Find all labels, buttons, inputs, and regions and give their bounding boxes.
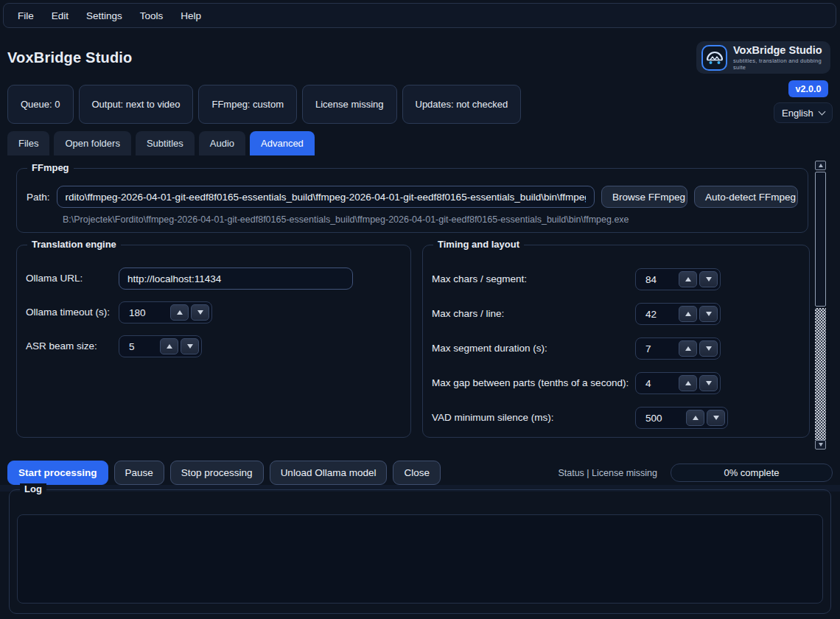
page-title: VoxBridge Studio [7,49,133,66]
arrow-up-icon [685,381,691,385]
max-chars-line-value: 42 [636,309,679,320]
arrow-down-icon [706,381,712,385]
spin-down-button[interactable] [699,271,718,287]
spin-down-button[interactable] [699,375,718,391]
ffmpeg-group-title: FFmpeg [27,162,74,173]
arrow-up-icon [177,310,183,315]
max-segment-duration-value: 7 [636,343,679,354]
language-value: English [782,108,813,119]
logo-card: VoxBridge Studio subtitles, translation … [696,41,830,74]
arrow-up-icon [167,344,172,349]
ollama-url-input[interactable] [119,267,353,290]
asr-beam-spinbox[interactable]: 5 [119,335,202,357]
close-button[interactable]: Close [393,461,441,485]
spin-down-button[interactable] [707,410,725,426]
progress-label: 0% complete [724,467,779,478]
max-segment-duration-label: Max segment duration (s): [432,338,547,360]
spin-up-button[interactable] [160,338,178,354]
spin-down-button[interactable] [699,306,718,322]
scroll-down-button[interactable] [815,440,826,450]
arrow-up-icon [685,346,691,351]
action-bar: Start processing Pause Stop processing U… [7,461,833,485]
stop-processing-button[interactable]: Stop processing [170,461,264,485]
menu-settings[interactable]: Settings [78,7,130,25]
unload-ollama-model-button[interactable]: Unload Ollama model [270,461,388,485]
app-window: File Edit Settings Tools Help VoxBridge … [0,0,840,619]
arrow-down-icon [819,443,823,447]
spin-down-button[interactable] [699,340,718,357]
arrow-up-icon [819,164,823,167]
menu-tools[interactable]: Tools [132,7,172,25]
timing-layout-group-title: Timing and layout [433,239,524,250]
tab-files[interactable]: Files [7,131,49,155]
arrow-down-icon [197,310,203,315]
ffmpeg-path-label: Path: [27,192,50,203]
start-processing-button[interactable]: Start processing [7,461,108,485]
scrollbar-track[interactable] [815,308,826,440]
arrow-up-icon [693,416,699,420]
logo-title: VoxBridge Studio [733,45,825,56]
tab-audio[interactable]: Audio [199,131,245,155]
bridge-logo-icon [701,45,727,71]
vad-min-silence-value: 500 [636,413,686,424]
max-gap-parts-label: Max gap between parts (tenths of a secon… [432,372,629,394]
menu-help[interactable]: Help [172,7,209,25]
scrollbar-thumb[interactable] [815,172,826,307]
max-gap-parts-value: 4 [636,378,679,389]
ollama-timeout-value: 180 [119,307,170,318]
autodetect-ffmpeg-button[interactable]: Auto-detect FFmpeg [694,186,798,208]
arrow-down-icon [706,346,712,351]
spin-up-button[interactable] [170,304,189,321]
vad-min-silence-label: VAD minimum silence (ms): [432,407,554,429]
arrow-up-icon [685,277,691,281]
chip-license: License missing [302,85,397,124]
spin-down-button[interactable] [191,304,209,321]
tab-subtitles[interactable]: Subtitles [136,131,195,155]
menu-edit[interactable]: Edit [43,7,77,25]
arrow-down-icon [706,277,712,281]
status-chips: Queue: 0 Output: next to video FFmpeg: c… [7,85,521,124]
chip-updates: Updates: not checked [402,85,522,124]
ollama-timeout-label: Ollama timeout (s): [26,301,110,324]
spin-up-button[interactable] [679,306,697,322]
max-chars-segment-label: Max chars / segment: [432,268,527,290]
max-chars-line-spinbox[interactable]: 42 [635,303,721,325]
spin-down-button[interactable] [181,338,199,354]
pause-button[interactable]: Pause [114,461,164,485]
max-gap-parts-spinbox[interactable]: 4 [635,372,721,394]
chip-output: Output: next to video [79,85,194,124]
chip-queue: Queue: 0 [7,85,74,124]
ffmpeg-path-row: Path: Browse FFmpeg Auto-detect FFmpeg [27,186,798,208]
tab-bar: Files Open folders Subtitles Audio Advan… [7,131,315,155]
tab-open-folders[interactable]: Open folders [54,131,130,155]
version-badge: v2.0.0 [788,80,828,97]
max-chars-segment-value: 84 [636,274,679,285]
browse-ffmpeg-button[interactable]: Browse FFmpeg [601,186,687,208]
asr-beam-value: 5 [119,341,160,352]
ffmpeg-resolved-path: B:\Projectek\Fordito\ffmpeg-2026-04-01-g… [63,214,629,225]
vertical-scrollbar[interactable] [815,161,826,450]
log-textarea[interactable] [17,514,823,604]
menu-file[interactable]: File [10,7,42,25]
spin-up-button[interactable] [679,271,697,287]
arrow-up-icon [685,312,691,316]
scroll-up-button[interactable] [815,161,826,170]
ffmpeg-group: FFmpeg Path: Browse FFmpeg Auto-detect F… [16,168,808,233]
arrow-down-icon [187,344,193,349]
spin-up-button[interactable] [679,340,697,357]
ffmpeg-path-input[interactable] [57,186,595,208]
asr-beam-label: ASR beam size: [26,335,97,357]
timing-layout-group: Timing and layout Max chars / segment: 8… [422,245,810,438]
vad-min-silence-spinbox[interactable]: 500 [635,407,728,429]
language-select[interactable]: English [774,102,833,123]
max-chars-segment-spinbox[interactable]: 84 [635,268,721,290]
max-chars-line-label: Max chars / line: [432,303,504,325]
ollama-timeout-spinbox[interactable]: 180 [119,301,212,324]
arrow-down-icon [713,416,719,420]
spin-up-button[interactable] [679,375,697,391]
chevron-down-icon [819,108,826,115]
translation-engine-group-title: Translation engine [27,239,121,250]
tab-advanced[interactable]: Advanced [250,131,315,155]
max-segment-duration-spinbox[interactable]: 7 [635,338,721,360]
spin-up-button[interactable] [686,410,704,426]
